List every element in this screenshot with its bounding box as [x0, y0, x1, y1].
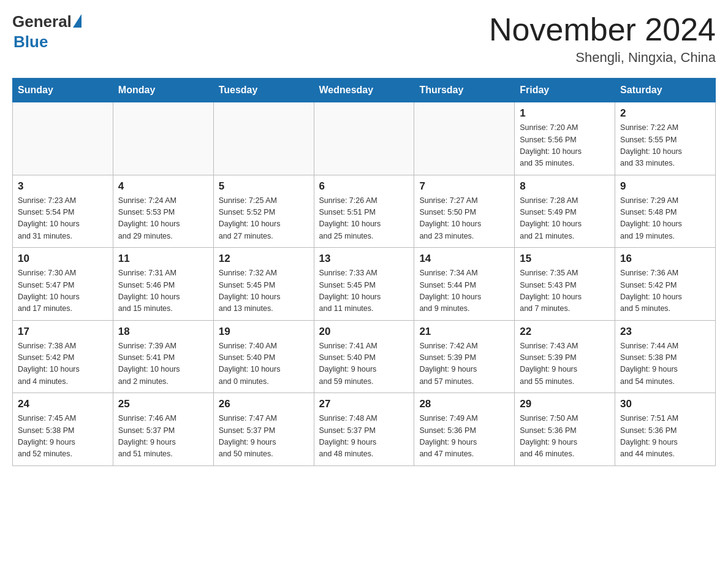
calendar-day-cell: 26Sunrise: 7:47 AMSunset: 5:37 PMDayligh… — [213, 393, 314, 466]
day-number: 30 — [620, 398, 710, 410]
day-info: Sunrise: 7:29 AMSunset: 5:48 PMDaylight:… — [620, 195, 710, 243]
day-info: Sunrise: 7:49 AMSunset: 5:36 PMDaylight:… — [419, 413, 509, 461]
day-info: Sunrise: 7:46 AMSunset: 5:37 PMDaylight:… — [118, 413, 208, 461]
day-info: Sunrise: 7:35 AMSunset: 5:43 PMDaylight:… — [520, 267, 610, 315]
day-info: Sunrise: 7:45 AMSunset: 5:38 PMDaylight:… — [18, 413, 108, 461]
title-section: November 2024 Shengli, Ningxia, China — [489, 12, 716, 66]
calendar-day-cell: 15Sunrise: 7:35 AMSunset: 5:43 PMDayligh… — [515, 248, 615, 321]
logo-arrow-icon — [73, 14, 82, 28]
day-info: Sunrise: 7:51 AMSunset: 5:36 PMDaylight:… — [620, 413, 710, 461]
day-info: Sunrise: 7:34 AMSunset: 5:44 PMDaylight:… — [419, 267, 509, 315]
day-info: Sunrise: 7:23 AMSunset: 5:54 PMDaylight:… — [18, 195, 108, 243]
calendar-day-cell: 2Sunrise: 7:22 AMSunset: 5:55 PMDaylight… — [615, 102, 716, 175]
day-info: Sunrise: 7:42 AMSunset: 5:39 PMDaylight:… — [419, 340, 509, 388]
calendar-day-cell: 28Sunrise: 7:49 AMSunset: 5:36 PMDayligh… — [414, 393, 515, 466]
calendar-day-cell: 16Sunrise: 7:36 AMSunset: 5:42 PMDayligh… — [615, 248, 716, 321]
weekday-header: Tuesday — [213, 79, 314, 102]
day-number: 10 — [18, 253, 108, 265]
weekday-header: Saturday — [615, 79, 716, 102]
calendar-day-cell: 8Sunrise: 7:28 AMSunset: 5:49 PMDaylight… — [515, 175, 615, 248]
calendar-day-cell: 21Sunrise: 7:42 AMSunset: 5:39 PMDayligh… — [414, 320, 515, 393]
day-number: 26 — [219, 398, 309, 410]
calendar-day-cell: 11Sunrise: 7:31 AMSunset: 5:46 PMDayligh… — [113, 248, 213, 321]
day-info: Sunrise: 7:30 AMSunset: 5:47 PMDaylight:… — [18, 267, 108, 315]
calendar-day-cell: 27Sunrise: 7:48 AMSunset: 5:37 PMDayligh… — [314, 393, 414, 466]
day-info: Sunrise: 7:48 AMSunset: 5:37 PMDaylight:… — [319, 413, 409, 461]
calendar-day-cell: 19Sunrise: 7:40 AMSunset: 5:40 PMDayligh… — [213, 320, 314, 393]
day-info: Sunrise: 7:32 AMSunset: 5:45 PMDaylight:… — [219, 267, 309, 315]
day-number: 28 — [419, 398, 509, 410]
calendar-week-row: 3Sunrise: 7:23 AMSunset: 5:54 PMDaylight… — [13, 175, 716, 248]
weekday-header: Wednesday — [314, 79, 414, 102]
day-number: 6 — [319, 180, 409, 193]
calendar-day-cell: 20Sunrise: 7:41 AMSunset: 5:40 PMDayligh… — [314, 320, 414, 393]
calendar-day-cell: 13Sunrise: 7:33 AMSunset: 5:45 PMDayligh… — [314, 248, 414, 321]
page-header: General Blue November 2024 Shengli, Ning… — [12, 12, 716, 66]
weekday-header: Friday — [515, 79, 615, 102]
calendar-day-cell: 18Sunrise: 7:39 AMSunset: 5:41 PMDayligh… — [113, 320, 213, 393]
calendar-day-cell — [213, 102, 314, 175]
day-number: 25 — [118, 398, 208, 410]
calendar-day-cell: 23Sunrise: 7:44 AMSunset: 5:38 PMDayligh… — [615, 320, 716, 393]
day-number: 12 — [219, 253, 309, 265]
day-number: 23 — [620, 326, 710, 338]
logo-blue-part — [72, 14, 82, 29]
calendar-week-row: 10Sunrise: 7:30 AMSunset: 5:47 PMDayligh… — [13, 248, 716, 321]
day-number: 2 — [620, 107, 710, 120]
day-number: 29 — [520, 398, 610, 410]
day-info: Sunrise: 7:33 AMSunset: 5:45 PMDaylight:… — [319, 267, 409, 315]
day-number: 22 — [520, 326, 610, 338]
day-info: Sunrise: 7:39 AMSunset: 5:41 PMDaylight:… — [118, 340, 208, 388]
day-number: 27 — [319, 398, 409, 410]
day-info: Sunrise: 7:26 AMSunset: 5:51 PMDaylight:… — [319, 195, 409, 243]
day-number: 7 — [419, 180, 509, 193]
day-info: Sunrise: 7:22 AMSunset: 5:55 PMDaylight:… — [620, 122, 710, 170]
day-number: 20 — [319, 326, 409, 338]
day-number: 16 — [620, 253, 710, 265]
day-number: 3 — [18, 180, 108, 193]
calendar-day-cell: 4Sunrise: 7:24 AMSunset: 5:53 PMDaylight… — [113, 175, 213, 248]
logo-general-text: General — [12, 12, 72, 31]
day-number: 21 — [419, 326, 509, 338]
day-number: 15 — [520, 253, 610, 265]
calendar-day-cell: 7Sunrise: 7:27 AMSunset: 5:50 PMDaylight… — [414, 175, 515, 248]
day-number: 8 — [520, 180, 610, 193]
logo-blue-label: Blue — [13, 33, 48, 51]
calendar-week-row: 1Sunrise: 7:20 AMSunset: 5:56 PMDaylight… — [13, 102, 716, 175]
day-info: Sunrise: 7:20 AMSunset: 5:56 PMDaylight:… — [520, 122, 610, 170]
day-info: Sunrise: 7:25 AMSunset: 5:52 PMDaylight:… — [219, 195, 309, 243]
calendar-day-cell — [13, 102, 113, 175]
day-number: 1 — [520, 107, 610, 120]
calendar-day-cell: 1Sunrise: 7:20 AMSunset: 5:56 PMDaylight… — [515, 102, 615, 175]
weekday-header: Sunday — [13, 79, 113, 102]
calendar-day-cell — [113, 102, 213, 175]
day-number: 14 — [419, 253, 509, 265]
calendar-day-cell: 24Sunrise: 7:45 AMSunset: 5:38 PMDayligh… — [13, 393, 113, 466]
calendar-day-cell: 25Sunrise: 7:46 AMSunset: 5:37 PMDayligh… — [113, 393, 213, 466]
day-info: Sunrise: 7:47 AMSunset: 5:37 PMDaylight:… — [219, 413, 309, 461]
calendar-day-cell: 17Sunrise: 7:38 AMSunset: 5:42 PMDayligh… — [13, 320, 113, 393]
calendar-day-cell: 6Sunrise: 7:26 AMSunset: 5:51 PMDaylight… — [314, 175, 414, 248]
calendar-day-cell: 30Sunrise: 7:51 AMSunset: 5:36 PMDayligh… — [615, 393, 716, 466]
day-info: Sunrise: 7:27 AMSunset: 5:50 PMDaylight:… — [419, 195, 509, 243]
day-number: 19 — [219, 326, 309, 338]
day-number: 5 — [219, 180, 309, 193]
weekday-header: Monday — [113, 79, 213, 102]
day-number: 11 — [118, 253, 208, 265]
location-subtitle: Shengli, Ningxia, China — [489, 50, 716, 66]
calendar-day-cell — [314, 102, 414, 175]
calendar-week-row: 17Sunrise: 7:38 AMSunset: 5:42 PMDayligh… — [13, 320, 716, 393]
day-number: 4 — [118, 180, 208, 193]
logo: General Blue — [12, 12, 82, 52]
calendar-day-cell: 12Sunrise: 7:32 AMSunset: 5:45 PMDayligh… — [213, 248, 314, 321]
calendar-week-row: 24Sunrise: 7:45 AMSunset: 5:38 PMDayligh… — [13, 393, 716, 466]
calendar-day-cell: 22Sunrise: 7:43 AMSunset: 5:39 PMDayligh… — [515, 320, 615, 393]
day-info: Sunrise: 7:43 AMSunset: 5:39 PMDaylight:… — [520, 340, 610, 388]
day-number: 18 — [118, 326, 208, 338]
day-info: Sunrise: 7:36 AMSunset: 5:42 PMDaylight:… — [620, 267, 710, 315]
day-info: Sunrise: 7:41 AMSunset: 5:40 PMDaylight:… — [319, 340, 409, 388]
weekday-header-row: SundayMondayTuesdayWednesdayThursdayFrid… — [13, 79, 716, 102]
day-info: Sunrise: 7:38 AMSunset: 5:42 PMDaylight:… — [18, 340, 108, 388]
calendar-day-cell: 10Sunrise: 7:30 AMSunset: 5:47 PMDayligh… — [13, 248, 113, 321]
day-info: Sunrise: 7:31 AMSunset: 5:46 PMDaylight:… — [118, 267, 208, 315]
